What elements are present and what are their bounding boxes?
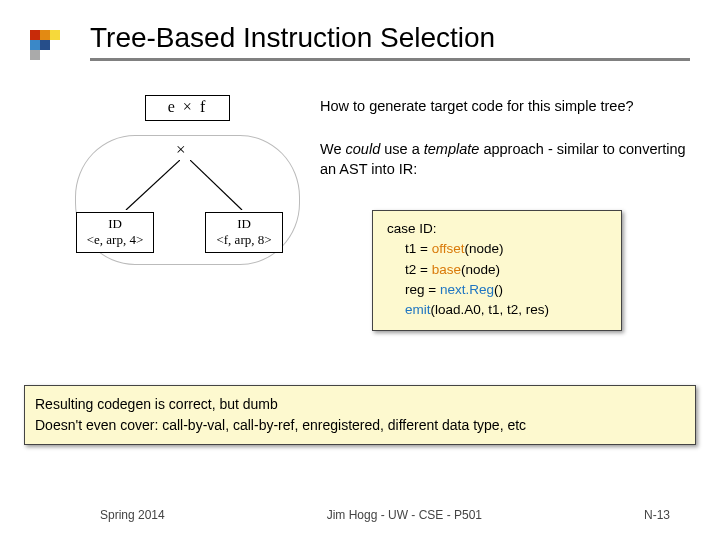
code-box: case ID: t1 = offset(node) t2 = base(nod… <box>372 210 622 331</box>
leaf-left-l1: ID <box>83 216 147 232</box>
t-c: use a <box>380 141 424 157</box>
result-l1: Resulting codegen is correct, but dumb <box>35 394 685 415</box>
tree-edge-right <box>190 160 250 210</box>
code-l3: t2 = base(node) <box>405 260 611 280</box>
howto-text: How to generate target code for this sim… <box>320 98 634 114</box>
t-b: could <box>346 141 381 157</box>
footer-left: Spring 2014 <box>100 508 165 522</box>
code-l4: reg = next.Reg() <box>405 280 611 300</box>
footer-right: N-13 <box>644 508 670 522</box>
accent-blocks <box>30 30 60 60</box>
tree-root: × <box>176 140 186 160</box>
slide-title-wrap: Tree-Based Instruction Selection <box>90 22 690 74</box>
svg-line-0 <box>126 160 180 210</box>
tree-edge-left <box>120 160 180 210</box>
footer: Spring 2014 Jim Hogg - UW - CSE - P501 N… <box>0 508 720 522</box>
t-d: template <box>424 141 480 157</box>
code-l1: case ID: <box>387 219 611 239</box>
footer-mid: Jim Hogg - UW - CSE - P501 <box>327 508 482 522</box>
result-box: Resulting codegen is correct, but dumb D… <box>24 385 696 445</box>
code-l5: emit(load.A0, t1, t2, res) <box>405 300 611 320</box>
code-l2: t1 = offset(node) <box>405 239 611 259</box>
t-a: We <box>320 141 346 157</box>
leaf-right-l1: ID <box>212 216 276 232</box>
tree-leaf-left: ID <e, arp, 4> <box>76 212 154 253</box>
tree-leaf-right: ID <f, arp, 8> <box>205 212 283 253</box>
svg-line-1 <box>190 160 242 210</box>
leaf-right-l2: <f, arp, 8> <box>212 232 276 248</box>
leaf-left-l2: <e, arp, 4> <box>83 232 147 248</box>
title-underline <box>90 58 690 61</box>
result-l2: Doesn't even cover: call-by-val, call-by… <box>35 415 685 436</box>
expression-box: e × f <box>145 95 230 121</box>
template-approach-text: We could use a template approach - simil… <box>320 140 690 179</box>
slide-title: Tree-Based Instruction Selection <box>90 22 690 56</box>
